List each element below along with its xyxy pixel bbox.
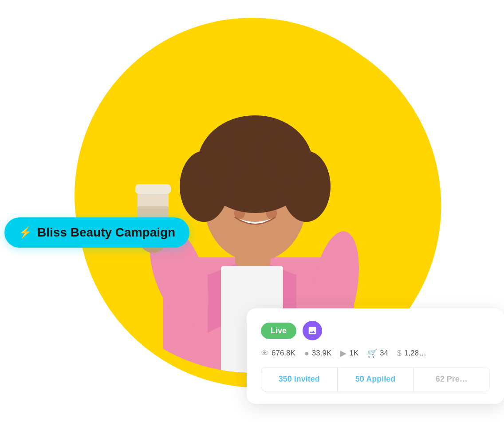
invited-tab[interactable]: 350 Invited (261, 367, 338, 391)
scene: ⚡ Bliss Beauty Campaign Live 👁 676.8K ● … (0, 0, 504, 426)
comments-stat: ● 33.9K (304, 349, 331, 358)
campaign-badge: ⚡ Bliss Beauty Campaign (4, 217, 189, 248)
comments-value: 33.9K (312, 349, 331, 358)
dollar-icon: $ (397, 349, 402, 358)
orders-value: 34 (380, 349, 388, 358)
svg-point-22 (197, 146, 237, 182)
media-type-button[interactable] (303, 321, 322, 340)
campaign-badge-text: Bliss Beauty Campaign (37, 225, 175, 240)
applied-tab[interactable]: 50 Applied (338, 367, 414, 391)
svg-point-23 (273, 146, 313, 182)
lightning-icon: ⚡ (19, 226, 32, 239)
live-badge: Live (261, 323, 296, 339)
shares-stat: ▶ 1K (340, 348, 358, 358)
comment-icon: ● (304, 349, 309, 358)
card-top-row: Live (261, 321, 490, 340)
stats-card: Live 👁 676.8K ● 33.9K ▶ 1K 🛒 (247, 308, 504, 404)
image-icon (307, 326, 317, 335)
stats-row: 👁 676.8K ● 33.9K ▶ 1K 🛒 34 $ 1,28… (261, 348, 490, 358)
revenue-value: 1,28… (404, 349, 426, 358)
views-stat: 👁 676.8K (261, 349, 295, 358)
preview-tab[interactable]: 62 Pre… (413, 367, 489, 391)
cart-icon: 🛒 (367, 348, 377, 358)
share-icon: ▶ (340, 348, 346, 358)
views-value: 676.8K (272, 349, 295, 358)
revenue-stat: $ 1,28… (397, 349, 426, 358)
orders-stat: 🛒 34 (367, 348, 388, 358)
eye-icon: 👁 (261, 349, 269, 358)
shares-value: 1K (349, 349, 358, 358)
action-tabs: 350 Invited 50 Applied 62 Pre… (261, 367, 490, 391)
svg-rect-27 (135, 184, 171, 194)
